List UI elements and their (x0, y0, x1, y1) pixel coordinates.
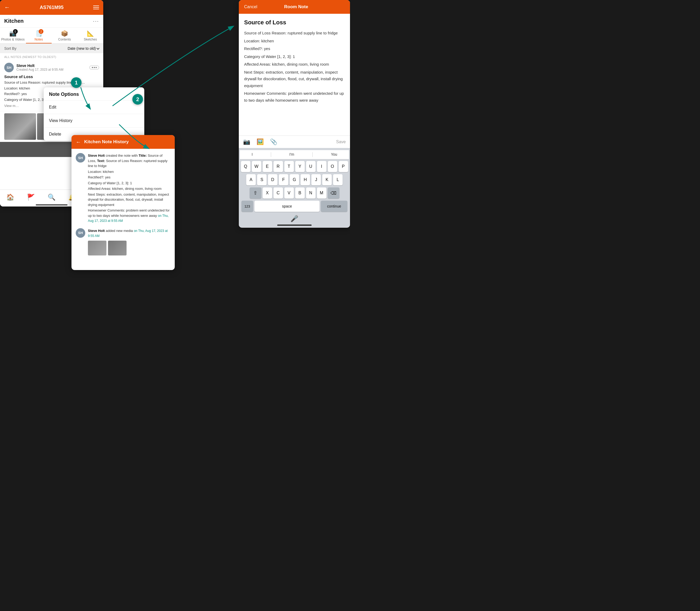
dot-icon (94, 67, 95, 68)
tab-notes[interactable]: 🗒️ 2 Notes (26, 28, 52, 43)
mic-icon[interactable]: 🎤 (291, 215, 298, 222)
history-timestamp-1: on Thu, Aug 17, 2023 at 9:55 AM (88, 214, 169, 223)
nav-home[interactable]: 🏠 (6, 194, 14, 201)
editor-note-line-4: Affected Areas: kitchen, dining room, li… (244, 61, 345, 68)
attachment-icon[interactable]: 📎 (270, 138, 277, 145)
key-u[interactable]: U (306, 161, 316, 172)
key-h[interactable]: H (300, 174, 310, 185)
kb-row-4: 123 space continue (240, 201, 348, 212)
step-badge-1: 1 (71, 77, 81, 88)
history-avatar-1: SH (76, 153, 85, 163)
nav-search[interactable]: 🔍 (48, 194, 56, 201)
contents-label: Contents (58, 38, 71, 41)
note-options-popup: Note Options Edit View History Delete (44, 87, 144, 141)
editor-title: Room Note (284, 4, 308, 10)
key-b[interactable]: B (295, 188, 305, 198)
note-history-panel: ← Kitchen Note History SH Steve Holt cre… (72, 135, 175, 270)
key-d[interactable]: D (268, 174, 278, 185)
history-entry-2: SH Steve Holt added new media on Thu, Au… (76, 228, 170, 255)
mic-row: 🎤 (240, 213, 349, 223)
key-m[interactable]: M (317, 188, 326, 198)
step-badge-2: 2 (132, 94, 143, 105)
tab-sketches[interactable]: 📐 Sketches (78, 28, 104, 43)
suggestion-divider (271, 152, 271, 157)
note-created: Created Aug 17, 2023 at 9:55 AM (16, 68, 87, 72)
key-continue[interactable]: continue (321, 201, 347, 212)
key-w[interactable]: W (252, 161, 261, 172)
key-x[interactable]: X (263, 188, 272, 198)
notes-label: Notes (35, 38, 43, 41)
key-j[interactable]: J (311, 174, 321, 185)
key-o[interactable]: O (328, 161, 337, 172)
key-f[interactable]: F (279, 174, 288, 185)
history-back-button[interactable]: ← (76, 139, 81, 145)
key-v[interactable]: V (284, 188, 294, 198)
editor-note-content: Source of Loss Source of Loss Reason: ru… (239, 14, 350, 136)
kb-row-1: Q W E R T Y U I O P (240, 161, 348, 172)
note-author-info: Steve Holt Created Aug 17, 2023 at 9:55 … (16, 63, 87, 72)
editor-cancel-button[interactable]: Cancel (244, 4, 257, 9)
key-numbers[interactable]: 123 (241, 201, 253, 212)
key-backspace[interactable]: ⌫ (328, 188, 339, 198)
key-y[interactable]: Y (295, 161, 305, 172)
image-icon[interactable]: 🖼️ (256, 138, 264, 145)
key-i[interactable]: I (317, 161, 326, 172)
option-view-history[interactable]: View History (44, 114, 144, 128)
editor-note-line-6: Homeowner Comments: problem went undetec… (244, 90, 345, 104)
editor-note-line-3: Category of Water [1, 2, 3]: 1 (244, 53, 345, 60)
camera-icon[interactable]: 📷 (243, 138, 250, 145)
contents-icon: 📦 (61, 30, 68, 37)
keyboard-rows: Q W E R T Y U I O P A S D F G H J K (240, 159, 349, 213)
note-line: Source of Loss Reason: ruptured supply l… (4, 80, 99, 85)
note-options-button[interactable] (89, 66, 99, 69)
note-image-1[interactable] (4, 113, 36, 140)
room-title: Kitchen (4, 18, 24, 24)
avatar: SH (4, 63, 14, 72)
option-edit[interactable]: Edit (44, 101, 144, 114)
key-c[interactable]: C (273, 188, 283, 198)
sort-dropdown[interactable]: Date (new to old) (68, 46, 99, 50)
nav-flag[interactable]: 🚩 (27, 194, 35, 201)
menu-button[interactable] (93, 5, 99, 9)
toolbar-icons: 📷 🖼️ 📎 (243, 138, 277, 145)
editor-toolbar: 📷 🖼️ 📎 Save (239, 136, 350, 148)
sort-by-label: Sort By (4, 46, 16, 50)
editor-header: Cancel Room Note Save (239, 0, 350, 14)
key-t[interactable]: T (284, 161, 294, 172)
kb-suggestion-1[interactable]: I'm (284, 152, 299, 157)
suggestion-divider (312, 152, 313, 157)
room-note-editor-panel: Cancel Room Note Save Source of Loss Sou… (239, 0, 350, 228)
history-title: Kitchen Note History (84, 139, 129, 145)
keyboard: I I'm You Q W E R T Y U I O P A S (239, 148, 350, 227)
note-title: Source of Loss (4, 74, 99, 79)
history-entry-text-1: Steve Holt created the note with Title: … (88, 153, 170, 224)
key-l[interactable]: L (333, 174, 343, 185)
key-space[interactable]: space (254, 201, 319, 212)
key-n[interactable]: N (306, 188, 316, 198)
key-g[interactable]: G (289, 174, 299, 185)
editor-note-line-1: Location: kitchen (244, 38, 345, 44)
key-a[interactable]: A (246, 174, 256, 185)
key-s[interactable]: S (257, 174, 267, 185)
tab-photos[interactable]: 📷 5 Photos & Videos (0, 28, 26, 43)
key-e[interactable]: E (263, 161, 272, 172)
sketches-label: Sketches (84, 38, 97, 41)
toolbar-save-button[interactable]: Save (336, 139, 346, 144)
key-r[interactable]: R (273, 161, 283, 172)
key-q[interactable]: Q (241, 161, 251, 172)
key-k[interactable]: K (322, 174, 332, 185)
back-button[interactable]: ← (4, 4, 10, 11)
key-p[interactable]: P (339, 161, 348, 172)
room-more-button[interactable]: ··· (93, 18, 99, 24)
key-shift[interactable]: ⇧ (250, 188, 261, 198)
kb-suggestion-2[interactable]: You (326, 152, 343, 157)
dot-icon (95, 67, 96, 68)
tab-contents[interactable]: 📦 Contents (51, 28, 78, 43)
editor-note-line-0: Source of Loss Reason: ruptured supply l… (244, 30, 345, 36)
kb-suggestion-0[interactable]: I (246, 152, 258, 157)
history-author-2: Steve Holt (88, 229, 105, 233)
note-author-row: SH Steve Holt Created Aug 17, 2023 at 9:… (4, 63, 99, 72)
keyboard-suggestions-row: I I'm You (240, 150, 349, 159)
app-title: AS761M95 (40, 5, 63, 10)
editor-note-heading: Source of Loss (244, 19, 345, 26)
